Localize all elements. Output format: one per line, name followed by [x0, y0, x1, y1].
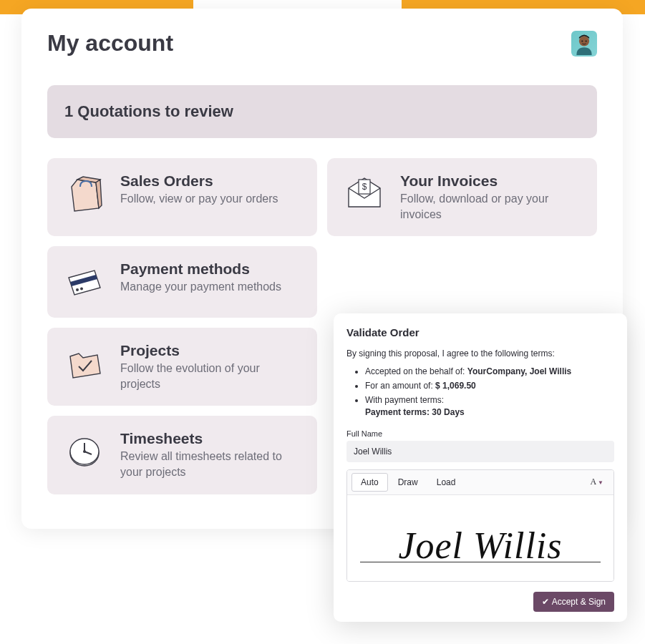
credit-card-icon [63, 260, 106, 303]
quotations-banner[interactable]: 1 Quotations to review [47, 85, 597, 138]
tile-subtitle: Follow, download or pay your invoices [400, 191, 581, 222]
term-amount-prefix: For an amount of: [365, 381, 435, 391]
term-amount-value: $ 1,069.50 [435, 381, 476, 391]
fullname-label: Full Name [346, 429, 614, 438]
validate-title: Validate Order [346, 326, 614, 338]
signature-baseline [360, 562, 601, 562]
tile-row: Payment methods Manage your payment meth… [47, 246, 597, 318]
tile-sales-orders[interactable]: Sales Orders Follow, view or pay your or… [47, 158, 317, 236]
invoice-icon: $ [343, 172, 386, 215]
header-row: My account [47, 30, 597, 57]
tile-title: Projects [120, 342, 301, 359]
svg-text:$: $ [362, 182, 367, 192]
tile-title: Timesheets [120, 430, 301, 447]
svg-point-1 [581, 40, 583, 42]
caret-down-icon: ▼ [598, 479, 603, 486]
svg-point-11 [83, 450, 86, 453]
svg-point-0 [579, 36, 589, 46]
tile-invoices[interactable]: $ Your Invoices Follow, download or pay … [327, 158, 597, 236]
tile-title: Payment methods [120, 260, 281, 278]
tile-text: Timesheets Review all timesheets related… [120, 430, 301, 479]
signature-text: Joel Willis [347, 525, 614, 567]
term-payment-prefix: With payment terms: [365, 395, 444, 405]
term-accepted: Accepted on the behalf of: YourCompany, … [365, 366, 614, 377]
term-amount: For an amount of: $ 1,069.50 [365, 380, 614, 391]
signature-toolbar: Auto Draw Load A▼ [347, 470, 614, 495]
tile-timesheets[interactable]: Timesheets Review all timesheets related… [47, 416, 317, 494]
accept-sign-label: Accept & Sign [552, 597, 606, 607]
signature-box: Auto Draw Load A▼ Joel Willis [346, 469, 614, 582]
term-accepted-value: YourCompany, Joel Willis [467, 366, 571, 376]
term-payment-value: Payment terms: 30 Days [365, 407, 465, 417]
validate-intro: By signing this proposal, I agree to the… [346, 348, 614, 358]
svg-point-6 [80, 288, 83, 291]
tile-row: Sales Orders Follow, view or pay your or… [47, 158, 597, 236]
svg-point-2 [586, 40, 587, 42]
panel-footer: ✔ Accept & Sign [346, 592, 614, 612]
tile-projects[interactable]: Projects Follow the evolution of your pr… [47, 328, 317, 406]
term-accepted-prefix: Accepted on the behalf of: [365, 366, 467, 376]
clock-icon [63, 430, 106, 473]
tile-subtitle: Manage your payment methods [120, 279, 281, 295]
avatar-face-icon [573, 32, 596, 55]
validate-order-panel: Validate Order By signing this proposal,… [334, 313, 627, 622]
sig-tab-load[interactable]: Load [428, 474, 465, 491]
accept-sign-button[interactable]: ✔ Accept & Sign [533, 592, 614, 612]
signature-canvas[interactable]: Joel Willis [347, 495, 614, 581]
avatar[interactable] [571, 31, 597, 57]
folder-check-icon [63, 342, 106, 385]
tile-title: Sales Orders [120, 172, 278, 190]
validate-terms-list: Accepted on the behalf of: YourCompany, … [346, 366, 614, 418]
tile-subtitle: Review all timesheets related to your pr… [120, 449, 301, 479]
fullname-input[interactable] [346, 441, 614, 462]
term-payment: With payment terms: Payment terms: 30 Da… [365, 394, 614, 417]
shopping-bag-icon [63, 172, 106, 215]
sig-tab-auto[interactable]: Auto [351, 473, 388, 492]
tile-text: Projects Follow the evolution of your pr… [120, 342, 301, 391]
svg-point-5 [76, 288, 79, 291]
sig-tab-draw[interactable]: Draw [389, 474, 427, 491]
tile-payment-methods[interactable]: Payment methods Manage your payment meth… [47, 246, 317, 318]
check-icon: ✔ [542, 597, 549, 607]
tile-subtitle: Follow the evolution of your projects [120, 361, 301, 391]
tile-text: Sales Orders Follow, view or pay your or… [120, 172, 278, 207]
page-title: My account [47, 30, 173, 57]
tile-text: Your Invoices Follow, download or pay yo… [400, 172, 581, 222]
tile-subtitle: Follow, view or pay your orders [120, 191, 278, 207]
font-style-button[interactable]: A▼ [584, 474, 609, 489]
quotations-banner-text: 1 Quotations to review [64, 102, 233, 120]
font-btn-label: A [590, 477, 596, 487]
tile-title: Your Invoices [400, 172, 581, 190]
tile-text: Payment methods Manage your payment meth… [120, 260, 281, 295]
